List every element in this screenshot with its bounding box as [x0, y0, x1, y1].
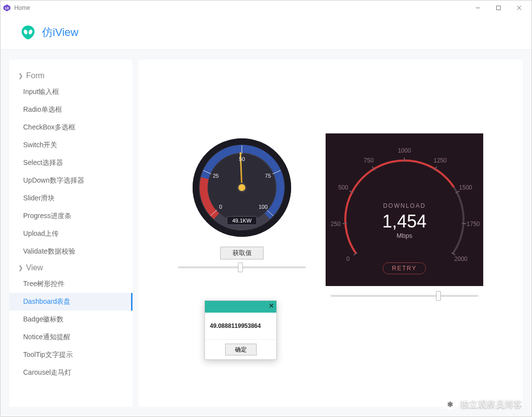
gauge-tick-label: 100 — [259, 204, 267, 210]
sidebar-item-tooltip[interactable]: ToolTip文字提示 — [9, 346, 133, 364]
gauge-tick-label: 2000 — [454, 256, 467, 262]
gauge-download: 025050075010001250150017502000 DOWNLOAD … — [326, 133, 483, 286]
gauge-download-column: 025050075010001250150017502000 DOWNLOAD … — [326, 74, 483, 297]
message-dialog: ✕ 49.0888119953864 确定 — [204, 300, 277, 360]
sidebar-item-select[interactable]: Select选择器 — [9, 154, 133, 172]
window-title: Home — [14, 4, 30, 11]
svg-rect-3 — [497, 6, 500, 10]
svg-line-22 — [462, 224, 466, 224]
get-value-button[interactable]: 获取值 — [220, 247, 264, 259]
section-label: View — [26, 263, 43, 272]
sidebar-item-dashboard[interactable]: Dashboard表盘 — [9, 293, 133, 311]
gauge-tick-label: 500 — [338, 184, 348, 191]
wechat-icon: ✻ — [444, 398, 456, 410]
watermark-text: 独立观察员博客 — [460, 398, 522, 410]
gauge-tick-label: 250 — [331, 221, 340, 227]
sidebar-item-updown[interactable]: UpDown数字选择器 — [9, 172, 133, 190]
dialog-message: 49.0888119953864 — [205, 313, 276, 339]
gauge1-slider[interactable] — [178, 266, 306, 268]
close-icon[interactable]: ✕ — [268, 302, 274, 310]
sidebar-item-upload[interactable]: Upload上传 — [9, 225, 133, 243]
gauge-tick-label: 50 — [239, 156, 245, 162]
svg-text:Ui: Ui — [5, 6, 9, 10]
sidebar-item-slider[interactable]: Slider滑块 — [9, 190, 133, 207]
svg-line-16 — [342, 224, 347, 224]
header: 仿iView — [0, 15, 532, 50]
close-button[interactable] — [509, 0, 530, 15]
gauge-tick-label: 0 — [219, 204, 222, 210]
ok-button[interactable]: 确定 — [225, 344, 257, 355]
gauge-tick-label: 75 — [265, 173, 271, 179]
sidebar-item-carousel[interactable]: Carousel走马灯 — [9, 364, 133, 382]
gauge-tick-label: 1250 — [433, 157, 447, 164]
gauge-power: 49.1KW 0255075100 — [193, 138, 291, 237]
slider-thumb[interactable] — [238, 262, 243, 272]
sidebar-item-input[interactable]: Input输入框 — [9, 83, 133, 101]
minimize-button[interactable] — [467, 0, 488, 15]
titlebar: Ui Home — [0, 0, 532, 15]
sidebar-item-validate[interactable]: Validate数据校验 — [9, 243, 133, 260]
gauge2-slider[interactable] — [331, 295, 478, 297]
app-icon: Ui — [2, 3, 11, 12]
gauge-tick-label: 750 — [364, 157, 373, 164]
gauge-hub — [238, 184, 245, 191]
alien-logo-icon — [20, 25, 36, 40]
dialog-footer: 确定 — [205, 339, 276, 359]
gauge-tick-label: 1000 — [398, 147, 411, 154]
sidebar-item-progress[interactable]: Progress进度条 — [9, 207, 133, 225]
gauge-power-column: 49.1KW 0255075100 获取值 — [178, 74, 306, 268]
download-label: DOWNLOAD — [383, 202, 426, 209]
sidebar-section-form[interactable]: ❯ Form — [9, 68, 133, 83]
maximize-button[interactable] — [488, 0, 509, 15]
sidebar-section-view[interactable]: ❯ View — [9, 260, 133, 275]
section-label: Form — [26, 71, 44, 80]
sidebar-item-switch[interactable]: Switch开关 — [9, 136, 133, 154]
download-value: 1,454 — [382, 211, 427, 232]
main-panel: 49.1KW 0255075100 获取值 025050075010001250… — [138, 60, 523, 407]
slider-thumb[interactable] — [436, 291, 441, 301]
sidebar-item-notice[interactable]: Notice通知提醒 — [9, 328, 133, 346]
sidebar-item-tree[interactable]: Tree树形控件 — [9, 275, 133, 293]
window-controls — [467, 0, 530, 15]
watermark: ✻ 独立观察员博客 — [444, 398, 522, 410]
sidebar-item-radio[interactable]: Radio单选框 — [9, 101, 133, 119]
download-unit: Mbps — [397, 232, 412, 239]
retry-button[interactable]: RETRY — [383, 262, 426, 274]
sidebar-item-checkbox[interactable]: CheckBox多选框 — [9, 119, 133, 136]
gauge-tick-label: 1500 — [459, 184, 472, 191]
sidebar: ❯ Form Input输入框 Radio单选框 CheckBox多选框 Swi… — [9, 60, 133, 407]
chevron-right-icon: ❯ — [18, 72, 23, 79]
chevron-right-icon: ❯ — [18, 264, 23, 271]
gauge-tick-label: 1750 — [466, 221, 480, 227]
gauge-tick-label: 0 — [346, 256, 350, 262]
brand-title: 仿iView — [42, 25, 78, 40]
gauge-value-badge: 49.1KW — [227, 216, 257, 225]
gauge-tick-label: 25 — [213, 173, 219, 179]
content-area: ❯ Form Input输入框 Radio单选框 CheckBox多选框 Swi… — [0, 50, 532, 417]
sidebar-item-badge[interactable]: Badge徽标数 — [9, 311, 133, 328]
dialog-header[interactable]: ✕ — [205, 301, 276, 313]
